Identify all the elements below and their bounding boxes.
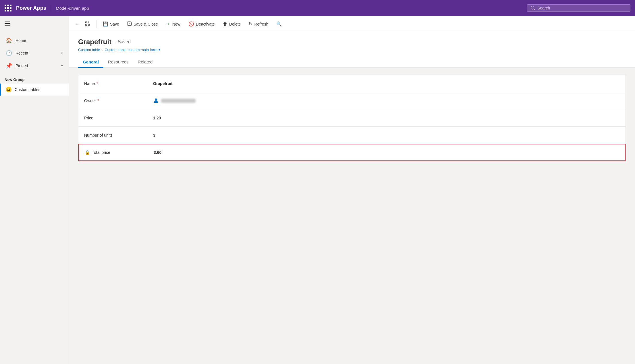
delete-label: Delete: [229, 22, 241, 26]
refresh-label: Refresh: [254, 22, 268, 26]
sidebar-item-home-label: Home: [16, 38, 26, 43]
toolbar: ← 💾 Save Save & Close: [69, 16, 635, 32]
required-indicator: *: [98, 99, 99, 103]
toolbar-divider: [96, 20, 97, 28]
toolbar-nav: ←: [72, 20, 92, 29]
refresh-icon: ↻: [249, 21, 252, 27]
home-icon: 🏠: [6, 37, 12, 44]
delete-icon: 🗑: [223, 22, 227, 27]
breadcrumb-separator: ·: [102, 48, 103, 52]
sidebar-item-recent-label: Recent: [16, 51, 28, 55]
new-button[interactable]: ＋ New: [163, 19, 184, 29]
search-bar[interactable]: [527, 4, 630, 12]
sidebar-section-label: New Group: [0, 74, 69, 84]
field-value-price[interactable]: 1.20: [147, 109, 626, 126]
breadcrumb-table[interactable]: Custom table: [78, 48, 100, 52]
recent-icon: 🕐: [6, 50, 12, 56]
tab-resources[interactable]: Resources: [103, 57, 133, 68]
deactivate-button[interactable]: 🚫 Deactivate: [185, 20, 218, 28]
owner-name-blurred: [161, 99, 196, 103]
deactivate-label: Deactivate: [196, 22, 215, 26]
app-grid-icon[interactable]: [5, 5, 11, 11]
field-label-units: Number of units: [78, 127, 147, 144]
field-value-total-price: 3.60: [148, 144, 625, 160]
search-input[interactable]: [537, 6, 627, 10]
field-row-units: Number of units 3: [78, 127, 626, 144]
record-title-row: Grapefruit - Saved: [78, 38, 626, 46]
hamburger-icon[interactable]: [0, 16, 69, 32]
form-card: Name * Grapefruit Owner *: [78, 75, 626, 161]
save-icon: 💾: [103, 21, 108, 27]
expand-button[interactable]: [83, 20, 92, 29]
svg-rect-0: [5, 22, 10, 22]
deactivate-icon: 🚫: [188, 21, 194, 27]
sidebar-item-custom-tables-label: Custom tables: [15, 87, 40, 92]
sidebar: 🏠 Home 🕐 Recent ▾ 📌 Pinned ▾ New Group 😐…: [0, 16, 69, 364]
sidebar-item-home[interactable]: 🏠 Home: [1, 34, 67, 47]
sidebar-item-pinned-label: Pinned: [16, 63, 28, 68]
chevron-down-icon: ▾: [61, 64, 63, 68]
sidebar-item-pinned[interactable]: 📌 Pinned ▾: [1, 60, 67, 72]
back-button[interactable]: ←: [72, 20, 82, 28]
search-icon: [531, 6, 535, 10]
chevron-down-icon: ▾: [61, 51, 63, 55]
field-label-price: Price: [78, 109, 147, 126]
field-row-name: Name * Grapefruit: [78, 75, 626, 92]
field-row-total-price: 🔒 Total price 3.60: [78, 144, 626, 161]
save-close-icon: [127, 21, 132, 27]
field-value-name[interactable]: Grapefruit: [147, 75, 626, 92]
app-title: Power Apps: [16, 5, 46, 11]
top-bar: Power Apps Model-driven app: [0, 0, 635, 16]
save-close-button[interactable]: Save & Close: [124, 20, 161, 29]
record-title: Grapefruit: [78, 38, 111, 46]
content-area: ← 💾 Save Save & Close: [69, 16, 635, 364]
refresh-button[interactable]: ↻ Refresh: [245, 20, 272, 28]
toolbar-search-icon: 🔍: [276, 21, 282, 27]
breadcrumb-form[interactable]: Custom table custom main form ▾: [105, 48, 160, 52]
sidebar-item-recent[interactable]: 🕐 Recent ▾: [1, 47, 67, 59]
svg-rect-1: [5, 23, 10, 24]
field-label-name: Name *: [78, 75, 147, 92]
svg-rect-2: [5, 25, 10, 26]
field-row-price: Price 1.20: [78, 109, 626, 127]
tab-related[interactable]: Related: [133, 57, 157, 68]
save-close-label: Save & Close: [134, 22, 158, 26]
chevron-down-icon: ▾: [159, 48, 160, 52]
new-icon: ＋: [166, 21, 171, 27]
breadcrumb: Custom table · Custom table custom main …: [78, 48, 626, 52]
field-label-total-price: 🔒 Total price: [79, 144, 148, 160]
field-row-owner: Owner *: [78, 92, 626, 109]
record-header: Grapefruit - Saved Custom table · Custom…: [69, 32, 635, 68]
main-layout: 🏠 Home 🕐 Recent ▾ 📌 Pinned ▾ New Group 😐…: [0, 16, 635, 364]
tab-general[interactable]: General: [78, 57, 103, 68]
app-subtitle: Model-driven app: [56, 6, 89, 11]
form-content: Name * Grapefruit Owner *: [69, 68, 635, 364]
delete-button[interactable]: 🗑 Delete: [219, 20, 244, 28]
tabs-row: General Resources Related: [78, 57, 626, 67]
top-bar-divider: [51, 5, 51, 11]
field-value-owner[interactable]: [147, 92, 626, 109]
person-icon: [153, 98, 159, 104]
required-indicator: *: [96, 82, 98, 86]
field-label-owner: Owner *: [78, 92, 147, 109]
lock-icon: 🔒: [85, 150, 90, 155]
field-value-units[interactable]: 3: [147, 127, 626, 144]
sidebar-nav: 🏠 Home 🕐 Recent ▾ 📌 Pinned ▾: [0, 32, 69, 74]
toolbar-search-button[interactable]: 🔍: [273, 20, 285, 28]
sidebar-item-custom-tables[interactable]: 😐 Custom tables: [0, 84, 69, 96]
new-label: New: [172, 22, 180, 26]
save-button[interactable]: 💾 Save: [99, 20, 123, 28]
record-status: - Saved: [115, 39, 131, 44]
custom-tables-icon: 😐: [5, 86, 12, 93]
pin-icon: 📌: [6, 63, 12, 69]
save-label: Save: [110, 22, 119, 26]
